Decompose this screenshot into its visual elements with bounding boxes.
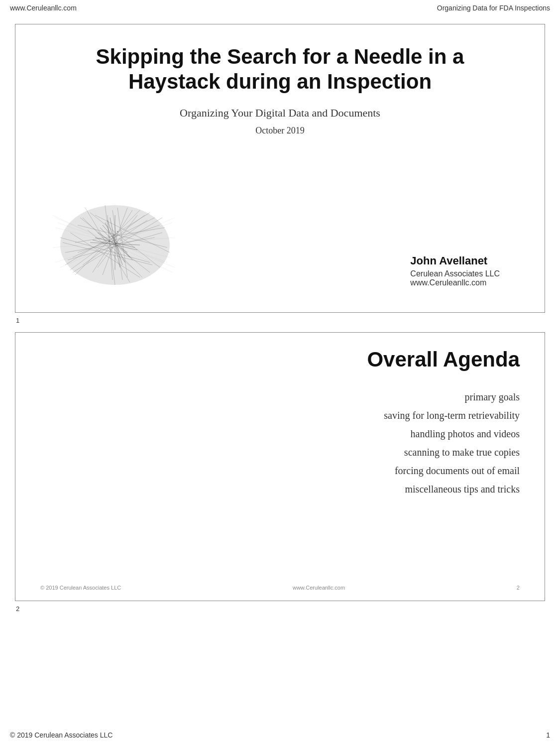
slide-2-item-2: handling photos and videos	[40, 428, 520, 440]
slide-2-title: Overall Agenda	[40, 348, 520, 372]
slide-1-subtitle: Organizing Your Digital Data and Documen…	[180, 107, 380, 120]
svg-point-48	[120, 240, 121, 241]
author-url: www.Ceruleanllc.com	[410, 278, 500, 287]
slide-1-date: October 2019	[255, 125, 304, 136]
slide-2-items: primary goalssaving for long-term retrie…	[40, 391, 520, 580]
footer-page-number: 1	[546, 731, 550, 739]
slide-2-item-0: primary goals	[40, 391, 520, 403]
page-header: www.Ceruleanllc.com Organizing Data for …	[0, 0, 560, 14]
author-company: Cerulean Associates LLC	[410, 269, 500, 278]
slide-2-footer: © 2019 Cerulean Associates LLC www.Cerul…	[40, 580, 520, 591]
haystack-svg	[40, 188, 180, 292]
slide-2-footer-left: © 2019 Cerulean Associates LLC	[40, 585, 121, 591]
content-area: Skipping the Search for a Needle in a Ha…	[0, 14, 560, 630]
slide-2-footer-center: www.Ceruleanllc.com	[293, 585, 345, 591]
slide-2-item-3: scanning to make true copies	[40, 447, 520, 458]
slide-2-footer-right: 2	[517, 585, 520, 591]
slide-1-number: 1	[15, 317, 545, 324]
slide-2-item-4: forcing documents out of email	[40, 465, 520, 477]
svg-point-45	[113, 235, 114, 236]
page-footer: © 2019 Cerulean Associates LLC 1	[0, 731, 560, 739]
author-name: John Avellanet	[410, 254, 500, 267]
svg-point-49	[117, 231, 118, 232]
svg-point-47	[109, 241, 110, 242]
header-website: www.Ceruleanllc.com	[10, 4, 77, 12]
svg-point-50	[111, 247, 112, 248]
svg-point-46	[115, 243, 117, 245]
haystack-image	[40, 188, 180, 292]
slide-1: Skipping the Search for a Needle in a Ha…	[15, 24, 545, 313]
header-title: Organizing Data for FDA Inspections	[437, 4, 550, 12]
author-block: John Avellanet Cerulean Associates LLC w…	[410, 254, 520, 292]
slide-1-bottom: John Avellanet Cerulean Associates LLC w…	[40, 188, 520, 292]
slide-2: Overall Agenda primary goalssaving for l…	[15, 332, 545, 601]
slide-2-item-5: miscellaneous tips and tricks	[40, 484, 520, 495]
slide-2-number: 2	[15, 605, 545, 613]
footer-copyright: © 2019 Cerulean Associates LLC	[10, 731, 112, 739]
slide-2-item-1: saving for long-term retrievability	[40, 410, 520, 421]
slide-1-title: Skipping the Search for a Needle in a Ha…	[76, 44, 484, 95]
